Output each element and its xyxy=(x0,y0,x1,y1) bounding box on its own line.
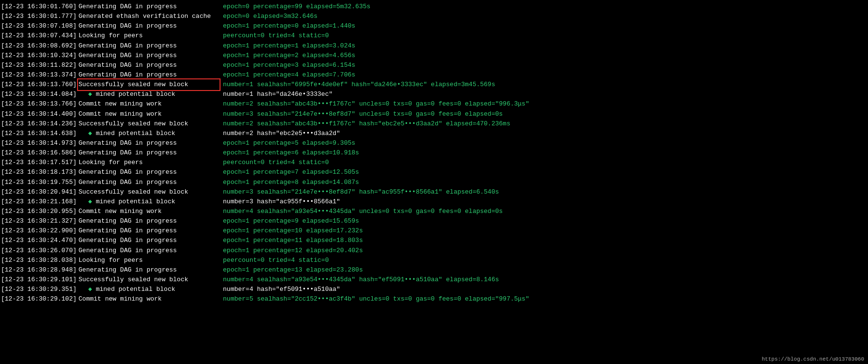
log-timestamp: [12-23 16:30:10.324] xyxy=(1,51,77,61)
log-timestamp: [12-23 16:30:28.038] xyxy=(1,256,77,265)
log-message: ◆ mined potential block xyxy=(79,90,219,99)
log-message: Successfully sealed new block xyxy=(79,187,219,197)
log-message: Commit new mining work xyxy=(79,109,219,119)
log-message: Generating DAG in progress xyxy=(79,21,219,31)
log-line: [12-23 16:30:07.434]Looking for peerspee… xyxy=(0,31,868,41)
log-detail: epoch=1 percentage=2 elapsed=4.656s xyxy=(223,51,355,61)
log-line: [12-23 16:30:29.351]◆ mined potential bl… xyxy=(0,285,868,294)
log-detail: epoch=1 percentage=4 elapsed=7.706s xyxy=(223,70,355,80)
log-timestamp: [12-23 16:30:22.900] xyxy=(1,226,77,236)
log-detail: peercount=0 tried=4 static=0 xyxy=(223,158,329,167)
log-line: [12-23 16:30:13.374]Generating DAG in pr… xyxy=(0,70,868,80)
log-message: Generated ethash verification cache xyxy=(79,12,219,21)
log-detail: epoch=0 elapsed=3m32.646s xyxy=(223,12,317,21)
terminal: [12-23 16:30:01.760]Generating DAG in pr… xyxy=(0,0,868,306)
log-message: Generating DAG in progress xyxy=(79,216,219,226)
log-line: [12-23 16:30:21.168]◆ mined potential bl… xyxy=(0,197,868,207)
log-message: Generating DAG in progress xyxy=(79,265,219,275)
log-message: ◆ mined potential block xyxy=(79,285,219,294)
log-message: Successfully sealed new block xyxy=(79,275,219,285)
log-line: [12-23 16:30:20.955]Commit new mining wo… xyxy=(0,207,868,216)
log-message: Commit new mining work xyxy=(79,99,219,109)
log-timestamp: [12-23 16:30:08.692] xyxy=(1,41,77,51)
log-detail: number=3 sealhash="214e7e•••8ef8d7" hash… xyxy=(223,187,499,197)
log-message: Looking for peers xyxy=(79,31,219,41)
log-detail: number=2 sealhash="abc43b•••f1767c" hash… xyxy=(223,119,510,129)
log-line: [12-23 16:30:13.760]Successfully sealed … xyxy=(0,80,868,90)
log-line: [12-23 16:30:14.638]◆ mined potential bl… xyxy=(0,129,868,138)
log-line: [12-23 16:30:28.948]Generating DAG in pr… xyxy=(0,265,868,275)
log-timestamp: [12-23 16:30:24.470] xyxy=(1,236,77,245)
log-message: Generating DAG in progress xyxy=(79,167,219,177)
log-line: [12-23 16:30:14.084]◆ mined potential bl… xyxy=(0,90,868,99)
log-message: Commit new mining work xyxy=(79,294,219,304)
log-line: [12-23 16:30:20.941]Successfully sealed … xyxy=(0,187,868,197)
log-line: [12-23 16:30:16.586]Generating DAG in pr… xyxy=(0,148,868,158)
log-line: [12-23 16:30:24.470]Generating DAG in pr… xyxy=(0,236,868,245)
log-timestamp: [12-23 16:30:21.327] xyxy=(1,216,77,226)
log-detail: epoch=1 percentage=11 elapsed=18.803s xyxy=(223,236,363,245)
log-message: Generating DAG in progress xyxy=(79,236,219,245)
log-detail: number=3 sealhash="214e7e•••8ef8d7" uncl… xyxy=(223,109,503,119)
log-detail: epoch=1 percentage=10 elapsed=17.232s xyxy=(223,226,363,236)
log-message: Generating DAG in progress xyxy=(79,226,219,236)
log-message: Generating DAG in progress xyxy=(79,138,219,148)
log-detail: epoch=1 percentage=7 elapsed=12.505s xyxy=(223,167,359,177)
log-message: Looking for peers xyxy=(79,256,219,265)
log-message: Generating DAG in progress xyxy=(79,61,219,70)
log-line: [12-23 16:30:21.327]Generating DAG in pr… xyxy=(0,216,868,226)
log-timestamp: [12-23 16:30:14.400] xyxy=(1,109,77,119)
log-message: Successfully sealed new block xyxy=(79,119,219,129)
log-line: [12-23 16:30:17.517]Looking for peerspee… xyxy=(0,158,868,167)
log-line: [12-23 16:30:14.973]Generating DAG in pr… xyxy=(0,138,868,148)
log-timestamp: [12-23 16:30:14.084] xyxy=(1,90,77,99)
log-timestamp: [12-23 16:30:07.434] xyxy=(1,31,77,41)
log-detail: number=4 sealhash="a93e54•••4345da" uncl… xyxy=(223,207,503,216)
log-timestamp: [12-23 16:30:29.101] xyxy=(1,275,77,285)
log-timestamp: [12-23 16:30:29.351] xyxy=(1,285,77,294)
log-detail: epoch=1 percentage=13 elapsed=23.280s xyxy=(223,265,363,275)
log-detail: peercount=0 tried=4 static=0 xyxy=(223,31,329,41)
log-message: Generating DAG in progress xyxy=(79,178,219,187)
log-detail: number=3 hash="ac955f•••8566a1" xyxy=(223,197,340,207)
log-timestamp: [12-23 16:30:18.173] xyxy=(1,167,77,177)
log-timestamp: [12-23 16:30:16.586] xyxy=(1,148,77,158)
log-timestamp: [12-23 16:30:07.108] xyxy=(1,21,77,31)
log-message: Generating DAG in progress xyxy=(79,246,219,256)
log-detail: epoch=1 percentage=6 elapsed=10.918s xyxy=(223,148,359,158)
watermark: https://blog.csdn.net/u013783060 xyxy=(762,356,864,362)
log-message: Generating DAG in progress xyxy=(79,70,219,80)
log-line: [12-23 16:30:11.822]Generating DAG in pr… xyxy=(0,61,868,70)
log-detail: epoch=1 percentage=3 elapsed=6.154s xyxy=(223,61,355,70)
log-detail: epoch=1 percentage=5 elapsed=9.305s xyxy=(223,138,355,148)
log-detail: epoch=1 percentage=12 elapsed=20.402s xyxy=(223,246,363,256)
log-timestamp: [12-23 16:30:19.755] xyxy=(1,178,77,187)
log-message: Generating DAG in progress xyxy=(79,51,219,61)
log-line: [12-23 16:30:29.101]Successfully sealed … xyxy=(0,275,868,285)
log-line: [12-23 16:30:26.070]Generating DAG in pr… xyxy=(0,246,868,256)
log-detail: epoch=1 percentage=1 elapsed=3.024s xyxy=(223,41,355,51)
log-message: Looking for peers xyxy=(79,158,219,167)
log-line: [12-23 16:30:29.102]Commit new mining wo… xyxy=(0,294,868,304)
log-line: [12-23 16:30:28.038]Looking for peerspee… xyxy=(0,256,868,265)
log-message: Commit new mining work xyxy=(79,207,219,216)
log-detail: number=4 hash="ef5091•••a510aa" xyxy=(223,285,340,294)
log-line: [12-23 16:30:14.400]Commit new mining wo… xyxy=(0,109,868,119)
log-timestamp: [12-23 16:30:14.236] xyxy=(1,119,77,129)
log-detail: epoch=1 percentage=0 elapsed=1.440s xyxy=(223,21,355,31)
log-line: [12-23 16:30:13.766]Commit new mining wo… xyxy=(0,99,868,109)
log-timestamp: [12-23 16:30:13.374] xyxy=(1,70,77,80)
log-timestamp: [12-23 16:30:11.822] xyxy=(1,61,77,70)
log-timestamp: [12-23 16:30:26.070] xyxy=(1,246,77,256)
log-timestamp: [12-23 16:30:13.760] xyxy=(1,80,77,90)
log-detail: epoch=1 percentage=8 elapsed=14.087s xyxy=(223,178,359,187)
log-line: [12-23 16:30:01.777]Generated ethash ver… xyxy=(0,12,868,21)
log-line: [12-23 16:30:19.755]Generating DAG in pr… xyxy=(0,178,868,187)
log-message: ◆ mined potential block xyxy=(79,197,219,207)
log-line: [12-23 16:30:18.173]Generating DAG in pr… xyxy=(0,167,868,177)
log-line: [12-23 16:30:10.324]Generating DAG in pr… xyxy=(0,51,868,61)
log-message: Generating DAG in progress xyxy=(79,2,219,12)
log-timestamp: [12-23 16:30:17.517] xyxy=(1,158,77,167)
log-detail: number=2 hash="ebc2e5•••d3aa2d" xyxy=(223,129,340,138)
log-detail: number=2 sealhash="abc43b•••f1767c" uncl… xyxy=(223,99,529,109)
